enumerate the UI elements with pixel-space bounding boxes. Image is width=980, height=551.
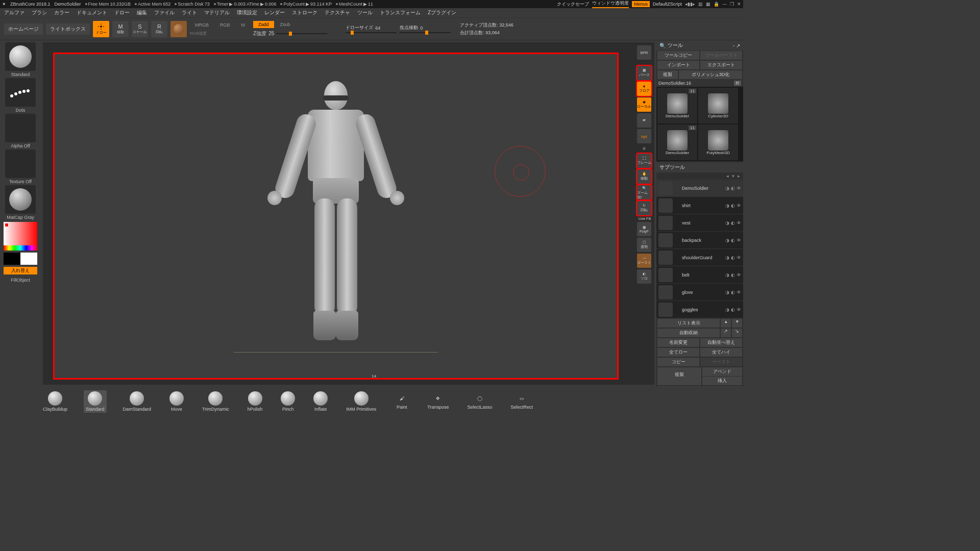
tool-Cylinder3D[interactable]: Cylinder3D <box>698 88 738 123</box>
shelf-TrimDynamic[interactable]: TrimDynamic <box>200 390 231 413</box>
shelf-hPolish[interactable]: hPolish <box>246 390 265 413</box>
frame-button[interactable]: ⛶フレーム <box>637 154 651 168</box>
subtool-shirt[interactable]: shirt◑◐👁 <box>656 197 743 214</box>
move-mode[interactable]: M移動 <box>112 21 129 37</box>
scale-mode[interactable]: Sスケール <box>132 21 148 37</box>
subtool-DemoSoldier[interactable]: DemoSoldier◑◐👁 <box>656 180 743 197</box>
zadd-mode[interactable]: Zadd <box>253 21 274 28</box>
tool-PolyMesh3D[interactable]: PolyMesh3D <box>698 124 738 160</box>
move-view-button[interactable]: ✋移動 <box>637 169 651 184</box>
target-icon[interactable]: ◎ <box>637 145 651 152</box>
bpr-button[interactable]: BPR <box>637 45 651 60</box>
solo-button[interactable]: ◐ソロ <box>637 269 651 284</box>
lsym-button[interactable]: ⇄ <box>637 113 651 128</box>
rotate-view-button[interactable]: ↻回転 <box>637 201 651 215</box>
tool-DemoSoldier[interactable]: 11DemoSoldier <box>657 88 697 123</box>
menu-レンダー[interactable]: レンダー <box>264 9 285 16</box>
arrow-left-icon[interactable]: ◂ <box>726 173 729 179</box>
layout2-icon[interactable]: ▦ <box>706 2 710 7</box>
menu-ライト[interactable]: ライト <box>182 9 197 16</box>
maximize-icon[interactable]: ❐ <box>730 2 734 7</box>
polymesh3d-button[interactable]: ポリメッシュ3D化 <box>679 70 742 79</box>
polyf-button[interactable]: ▦PolyF <box>637 222 651 236</box>
import-button[interactable]: インポート <box>657 61 699 69</box>
draw-mode[interactable]: ドロー <box>93 21 109 37</box>
lock-icon[interactable]: 🔒 <box>714 2 719 7</box>
menu-アルファ[interactable]: アルファ <box>4 9 24 16</box>
subtool-goggles[interactable]: goggles◑◐👁 <box>656 301 743 318</box>
menu-ブラシ[interactable]: ブラシ <box>32 9 47 16</box>
window-transparency[interactable]: ウィンドウ透明度 <box>592 0 629 8</box>
quicksave-button[interactable]: クイックセーブ <box>557 1 589 8</box>
menu-テクスチャ[interactable]: テクスチャ <box>325 9 350 16</box>
clone-button[interactable]: 複製 <box>657 70 678 79</box>
subtool-vest[interactable]: vest◑◐👁 <box>656 214 743 232</box>
stroke-selector[interactable]: Dots <box>4 78 37 113</box>
menu-ストローク[interactable]: ストローク <box>292 9 317 16</box>
swap-colors-button[interactable]: 入れ替え <box>4 267 37 274</box>
menu-ドロー[interactable]: ドロー <box>114 9 130 16</box>
prev-icon[interactable]: ◂▮▮▸ <box>685 2 695 7</box>
subtool-shoulderGuard[interactable]: shoulderGuard◑◐👁 <box>656 249 743 266</box>
focal-slider[interactable] <box>400 32 451 33</box>
subtool-backpack[interactable]: backpack◑◐👁 <box>656 232 743 249</box>
list-view[interactable]: リスト表示 <box>657 319 720 328</box>
close-icon[interactable]: ✕ <box>737 2 741 7</box>
transparent-button[interactable]: ▢透明 <box>637 238 651 252</box>
floor-button[interactable]: ▼フロア <box>637 82 651 96</box>
arrow-down-icon[interactable]: ▾ <box>732 173 734 179</box>
shelf-SelectRect[interactable]: ▭SelectRect <box>509 392 535 411</box>
color-swatches[interactable] <box>4 253 37 265</box>
shelf-Paint[interactable]: 🖌Paint <box>393 392 411 411</box>
color-picker[interactable] <box>4 222 37 251</box>
canvas[interactable]: BPR ▦パース ▼フロア ◉ローカル ⇄ xyz ◎ ⛶フレーム ✋移動 🔍ズ… <box>43 42 654 385</box>
shelf-Transpose[interactable]: ✥Transpose <box>425 392 451 411</box>
material-selector[interactable]: MatCap Gray <box>4 185 37 220</box>
menus-button[interactable]: Menus <box>632 1 650 7</box>
menu-ファイル[interactable]: ファイル <box>154 9 175 16</box>
shelf-DamStandard[interactable]: DamStandard <box>121 390 154 413</box>
menu-ドキュメント[interactable]: ドキュメント <box>77 9 107 16</box>
menu-トランスフォーム[interactable]: トランスフォーム <box>380 9 421 16</box>
shelf-IMM Primitives[interactable]: IMM Primitives14 <box>344 390 378 413</box>
export-button[interactable]: エクスポート <box>700 61 742 69</box>
minimize-icon[interactable]: — <box>722 2 727 7</box>
local-button[interactable]: ◉ローカル <box>637 97 651 112</box>
zsub-mode[interactable]: Zsub <box>275 21 296 28</box>
shelf-SelectLasso[interactable]: ◯SelectLasso <box>465 392 494 411</box>
shelf-ClayBuildup[interactable]: ClayBuildup <box>41 390 69 413</box>
menu-編集[interactable]: 編集 <box>137 9 147 16</box>
menu-マテリアル[interactable]: マテリアル <box>204 9 230 16</box>
arrow-right-icon[interactable]: ▸ <box>738 173 740 179</box>
persp-button[interactable]: ▦パース <box>637 66 651 80</box>
material-sphere[interactable] <box>170 21 187 37</box>
zoom-button[interactable]: 🔍ズーム3D <box>637 185 651 199</box>
tool-copy[interactable]: ツールコピー <box>657 51 699 60</box>
subtool-glove[interactable]: glove◑◐👁 <box>656 284 743 301</box>
menu-ツール[interactable]: ツール <box>357 9 373 16</box>
drawsize-slider[interactable] <box>346 32 397 33</box>
xyz-button[interactable]: xyz <box>637 129 651 143</box>
fill-object-button[interactable]: FillObject <box>4 277 37 284</box>
shelf-Pinch[interactable]: Pinch <box>279 390 297 413</box>
alpha-selector[interactable]: Alpha Off <box>4 114 37 148</box>
texture-selector[interactable]: Texture Off <box>4 149 37 184</box>
default-zscript[interactable]: DefaultZScript <box>653 2 682 7</box>
menu-環境設定[interactable]: 環境設定 <box>237 9 257 16</box>
ghost-button[interactable]: 〰ゴースト <box>637 254 651 268</box>
rgb-mode[interactable]: RGB <box>215 21 235 29</box>
menu-Zプラグイン[interactable]: Zプラグイン <box>428 9 456 16</box>
layout-icon[interactable]: ▥ <box>698 2 703 7</box>
tool-paste[interactable]: ツールペースト <box>700 51 742 60</box>
brush-selector[interactable]: Standard <box>4 42 37 77</box>
subtool-belt[interactable]: belt◑◐👁 <box>656 266 743 284</box>
shelf-Move[interactable]: Move <box>167 390 186 413</box>
tool-DemoSoldier[interactable]: 11DemoSoldier <box>657 124 697 160</box>
auto-collapse[interactable]: 自動収納 <box>657 329 720 337</box>
zintensity-slider[interactable] <box>276 33 327 34</box>
homepage-button[interactable]: ホームページ <box>4 23 43 35</box>
mrgb-mode[interactable]: MRGB <box>190 21 214 29</box>
menu-カラー[interactable]: カラー <box>54 9 69 16</box>
shelf-Standard[interactable]: Standard <box>84 390 107 413</box>
lightbox-button[interactable]: ライトボックス <box>46 23 90 35</box>
